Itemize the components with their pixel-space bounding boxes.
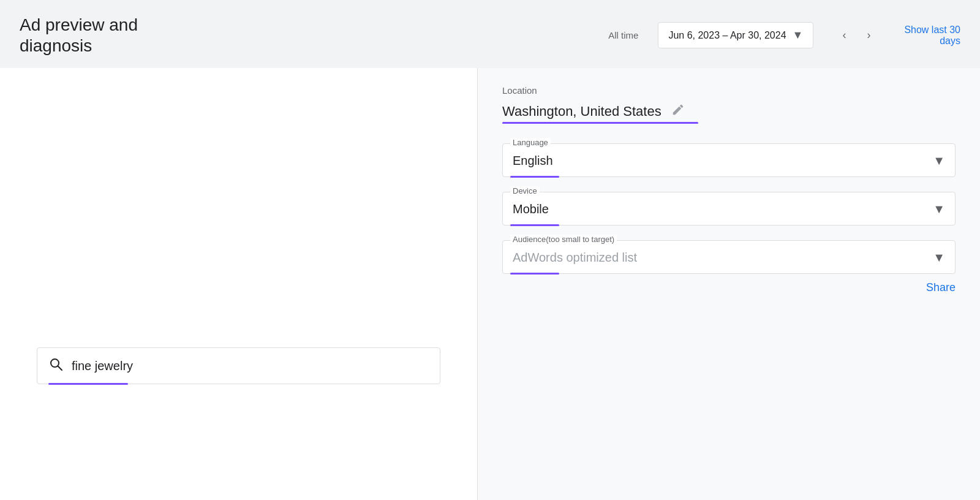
language-underline (510, 176, 559, 178)
nav-arrows: ‹ › (833, 25, 880, 47)
device-value: Mobile (513, 202, 549, 216)
time-label: All time (608, 30, 638, 40)
page-header: Ad preview and diagnosis All time Jun 6,… (0, 0, 980, 68)
device-chevron-icon: ▼ (933, 202, 945, 216)
device-field-group: Device Mobile ▼ (502, 192, 956, 225)
audience-chevron-icon: ▼ (933, 251, 945, 265)
share-link[interactable]: Share (926, 281, 956, 294)
location-label: Location (502, 85, 956, 96)
left-panel: fine jewelry (0, 68, 478, 500)
audience-label: Audience(too small to target) (510, 235, 617, 244)
page-title: Ad preview and diagnosis (20, 15, 179, 56)
search-underline (48, 383, 128, 385)
location-value: Washington, United States (502, 104, 662, 119)
audience-select-row: AdWords optimized list ▼ (513, 251, 945, 265)
language-select-row: English ▼ (513, 154, 945, 168)
search-input-text: fine jewelry (72, 359, 429, 373)
next-arrow-button[interactable]: › (858, 25, 880, 47)
audience-underline (510, 273, 559, 275)
prev-arrow-button[interactable]: ‹ (833, 25, 855, 47)
audience-field-container[interactable]: Audience(too small to target) AdWords op… (502, 240, 956, 274)
main-content: fine jewelry Location Washington, United… (0, 68, 980, 500)
audience-placeholder: AdWords optimized list (513, 251, 637, 265)
language-label: Language (510, 138, 551, 147)
svg-line-1 (58, 366, 62, 371)
language-value: English (513, 154, 553, 168)
audience-field-group: Audience(too small to target) AdWords op… (502, 240, 956, 274)
language-chevron-icon: ▼ (933, 154, 945, 168)
date-range-text: Jun 6, 2023 – Apr 30, 2024 (668, 30, 786, 41)
language-field-group: Language English ▼ (502, 143, 956, 177)
chevron-down-icon: ▼ (793, 29, 804, 42)
edit-icon[interactable] (671, 103, 685, 119)
device-field-container[interactable]: Device Mobile ▼ (502, 192, 956, 225)
search-box-wrapper: fine jewelry (37, 347, 440, 384)
language-field-container[interactable]: Language English ▼ (502, 143, 956, 177)
device-label: Device (510, 186, 540, 195)
device-select-row: Mobile ▼ (513, 202, 945, 216)
location-value-row: Washington, United States (502, 103, 956, 119)
device-underline (510, 224, 559, 226)
right-panel: Location Washington, United States Langu… (478, 68, 980, 500)
next-arrow-icon: › (867, 29, 870, 42)
search-icon (48, 357, 63, 375)
show-last-days-link[interactable]: Show last 30days (904, 25, 960, 47)
search-box[interactable]: fine jewelry (37, 347, 440, 384)
location-underline (502, 122, 698, 124)
prev-arrow-icon: ‹ (842, 29, 846, 42)
date-range-selector[interactable]: Jun 6, 2023 – Apr 30, 2024 ▼ (658, 22, 813, 48)
